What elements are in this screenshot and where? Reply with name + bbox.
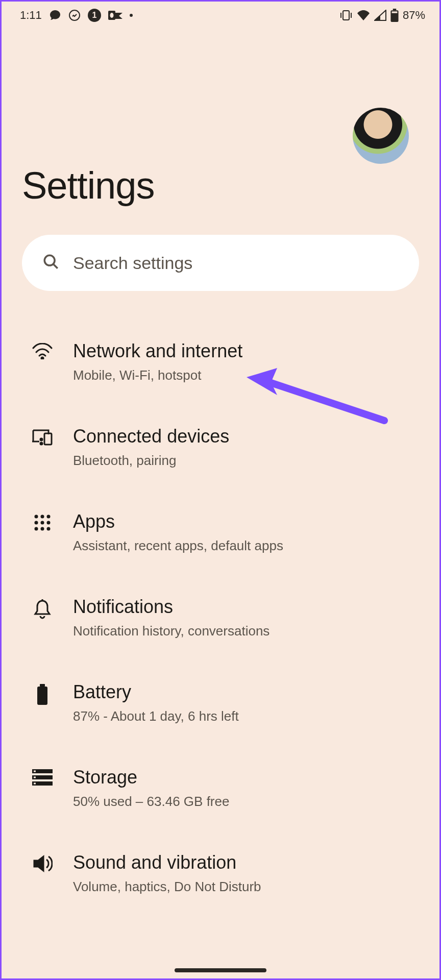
item-subtitle: 50% used – 63.46 GB free	[73, 793, 414, 811]
battery-icon	[390, 9, 399, 22]
volume-icon	[30, 854, 55, 873]
battery-percentage: 87%	[403, 9, 425, 22]
svg-point-11	[41, 357, 43, 359]
profile-avatar[interactable]	[353, 108, 409, 164]
svg-point-20	[47, 521, 51, 524]
settings-item-connected-devices[interactable]: Connected devices Bluetooth, pairing	[22, 405, 419, 490]
item-title: Connected devices	[73, 425, 414, 447]
search-settings-bar[interactable]: Search settings	[22, 235, 419, 291]
svg-line-10	[53, 264, 58, 268]
svg-point-14	[40, 443, 42, 445]
apps-icon	[30, 513, 55, 532]
svg-point-0	[69, 10, 80, 20]
svg-rect-12	[44, 433, 52, 445]
settings-item-battery[interactable]: Battery 87% - About 1 day, 6 hrs left	[22, 660, 419, 746]
status-bar: 1:11 1 87%	[2, 2, 439, 26]
notification-count-badge: 1	[88, 9, 101, 22]
search-placeholder: Search settings	[73, 253, 192, 273]
svg-rect-32	[34, 782, 36, 784]
svg-point-22	[41, 527, 44, 530]
item-title: Battery	[73, 681, 414, 703]
item-subtitle: Mobile, Wi-Fi, hotspot	[73, 367, 414, 384]
svg-point-13	[40, 438, 42, 440]
item-title: Network and internet	[73, 340, 414, 362]
svg-point-16	[41, 514, 44, 518]
svg-point-9	[44, 255, 55, 265]
svg-rect-8	[392, 11, 398, 13]
status-time: 1:11	[20, 9, 42, 22]
wifi-status-icon	[357, 10, 370, 21]
svg-point-23	[47, 527, 51, 530]
settings-item-sound[interactable]: Sound and vibration Volume, haptics, Do …	[22, 831, 419, 916]
svg-point-21	[35, 527, 38, 530]
item-title: Apps	[73, 510, 414, 532]
svg-rect-3	[343, 11, 349, 20]
svg-point-17	[47, 514, 51, 518]
item-title: Sound and vibration	[73, 851, 414, 873]
search-icon	[42, 253, 60, 273]
vibrate-icon	[339, 10, 353, 21]
devices-icon	[30, 428, 55, 446]
settings-list: Network and internet Mobile, Wi-Fi, hots…	[2, 291, 439, 916]
item-subtitle: Notification history, conversations	[73, 623, 414, 640]
cloud-sync-icon	[68, 9, 81, 21]
signal-icon	[374, 10, 386, 21]
chat-icon	[49, 9, 61, 21]
svg-rect-6	[393, 9, 397, 10]
storage-icon	[30, 769, 55, 786]
item-title: Notifications	[73, 596, 414, 618]
more-notifications-dot	[130, 14, 133, 17]
navigation-handle[interactable]	[175, 968, 266, 972]
settings-item-apps[interactable]: Apps Assistant, recent apps, default app…	[22, 490, 419, 575]
status-bar-left: 1:11 1	[20, 9, 133, 22]
page-title: Settings	[22, 164, 419, 207]
item-subtitle: Volume, haptics, Do Not Disturb	[73, 878, 414, 896]
settings-item-network[interactable]: Network and internet Mobile, Wi-Fi, hots…	[22, 320, 419, 405]
svg-rect-26	[37, 687, 47, 705]
outlook-icon	[108, 10, 122, 21]
svg-point-19	[41, 521, 44, 524]
status-bar-right: 87%	[339, 9, 425, 22]
item-subtitle: Bluetooth, pairing	[73, 452, 414, 470]
svg-rect-25	[40, 684, 45, 687]
svg-rect-30	[34, 770, 36, 772]
svg-point-15	[35, 514, 38, 518]
bell-icon	[30, 599, 55, 619]
wifi-icon	[30, 343, 55, 359]
svg-rect-31	[34, 776, 36, 778]
svg-point-18	[35, 521, 38, 524]
item-title: Storage	[73, 766, 414, 788]
settings-item-notifications[interactable]: Notifications Notification history, conv…	[22, 575, 419, 660]
item-subtitle: 87% - About 1 day, 6 hrs left	[73, 708, 414, 725]
header: Settings	[2, 26, 439, 207]
svg-point-2	[110, 13, 113, 18]
settings-item-storage[interactable]: Storage 50% used – 63.46 GB free	[22, 746, 419, 831]
item-subtitle: Assistant, recent apps, default apps	[73, 537, 414, 555]
battery-item-icon	[30, 684, 55, 705]
